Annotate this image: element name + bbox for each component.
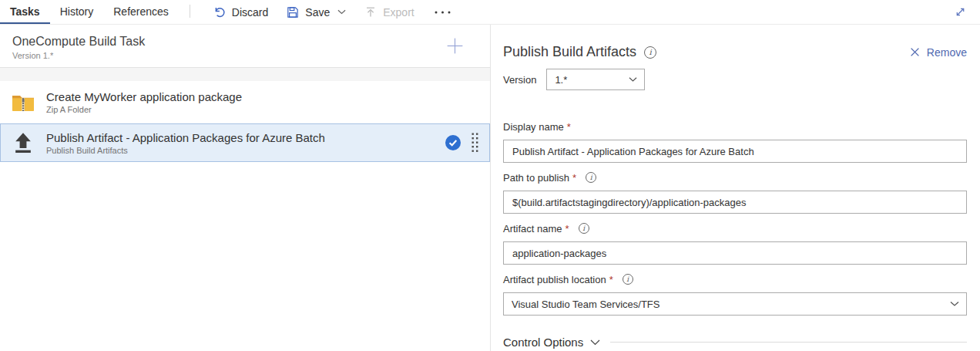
required-marker: * (567, 121, 571, 133)
task-text: Publish Artifact - Application Packages … (46, 131, 445, 155)
export-button: Export (355, 0, 423, 24)
field-label-row: Artifact name * i (503, 221, 967, 235)
toolbar-divider (190, 5, 190, 18)
artifact-name-input[interactable] (503, 241, 967, 265)
field-label-row: Display name * (503, 120, 967, 133)
detail-title: Publish Build Artifacts (503, 44, 636, 60)
drag-handle[interactable] (470, 131, 480, 155)
list-spacer (0, 68, 490, 81)
task-subtitle: Zip A Folder (46, 105, 481, 114)
info-icon[interactable]: i (586, 172, 596, 183)
task-row-zip-folder[interactable]: Create MyWorker application package Zip … (0, 81, 490, 123)
task-detail-panel: Publish Build Artifacts i Remove Version… (492, 25, 980, 351)
save-label: Save (305, 6, 330, 19)
version-select[interactable]: 1.* (546, 69, 645, 90)
export-label: Export (383, 6, 414, 19)
fullscreen-button[interactable] (941, 0, 980, 24)
field-label: Artifact name (503, 223, 562, 235)
undo-icon (213, 6, 226, 19)
field-label-row: Artifact publish location * i (503, 272, 967, 286)
phase-header: OneCompute Build Task Version 1.* (0, 25, 490, 68)
task-title: Create MyWorker application package (46, 90, 481, 103)
more-actions-button[interactable] (424, 0, 461, 24)
discard-label: Discard (232, 6, 268, 19)
field-display-name: Display name * (503, 120, 967, 163)
section-divider (610, 342, 967, 343)
ellipsis-icon (435, 11, 451, 14)
chevron-down-icon (590, 339, 600, 346)
chevron-down-icon (950, 302, 959, 307)
detail-title-row: Publish Build Artifacts i Remove (503, 44, 967, 60)
toolbar-spacer (461, 0, 941, 24)
tab-history-label: History (60, 5, 94, 18)
selected-check-icon[interactable] (445, 135, 461, 150)
save-icon (287, 6, 299, 19)
tab-bar: Tasks History References (0, 0, 179, 24)
task-title: Publish Artifact - Application Packages … (46, 131, 445, 144)
version-label: Version (503, 74, 536, 86)
toolbar: Tasks History References Discard Save (0, 0, 980, 25)
path-to-publish-input[interactable] (503, 191, 967, 214)
field-label: Artifact publish location (503, 274, 606, 285)
required-marker: * (566, 223, 569, 235)
tab-history[interactable]: History (50, 0, 104, 24)
task-form: Display name * Path to publish * i Artif… (503, 120, 967, 316)
field-label: Path to publish (503, 172, 569, 184)
info-icon[interactable]: i (579, 223, 589, 234)
control-options-label: Control Options (503, 336, 583, 349)
phase-version: Version 1.* (12, 51, 478, 60)
add-task-button[interactable] (445, 36, 465, 56)
field-label-row: Path to publish * i (503, 170, 967, 184)
remove-label: Remove (927, 46, 967, 59)
tab-tasks[interactable]: Tasks (0, 0, 50, 24)
close-icon (910, 47, 920, 57)
zip-folder-icon (11, 90, 35, 115)
plus-icon (445, 36, 465, 56)
expand-diagonal-icon (955, 6, 966, 18)
control-options-section-toggle[interactable]: Control Options (503, 336, 967, 349)
tab-tasks-label: Tasks (10, 5, 40, 18)
phase-title: OneCompute Build Task (12, 35, 478, 49)
save-button[interactable]: Save (277, 0, 355, 24)
field-artifact-publish-location: Artifact publish location * i Visual Stu… (503, 272, 967, 316)
version-select-value: 1.* (555, 74, 567, 86)
required-marker: * (609, 274, 613, 285)
field-path-to-publish: Path to publish * i (503, 170, 967, 214)
artifact-publish-location-select[interactable]: Visual Studio Team Services/TFS (503, 292, 967, 316)
task-text: Create MyWorker application package Zip … (46, 90, 481, 114)
tab-references[interactable]: References (103, 0, 179, 24)
task-row-publish-artifacts[interactable]: Publish Artifact - Application Packages … (0, 123, 490, 162)
chevron-down-icon (629, 77, 637, 83)
info-icon[interactable]: i (644, 46, 656, 59)
discard-button[interactable]: Discard (204, 0, 277, 24)
save-dropdown-chevron-icon[interactable] (337, 9, 346, 15)
publish-upload-icon (11, 131, 35, 154)
version-row: Version 1.* (503, 69, 967, 90)
select-value: Visual Studio Team Services/TFS (512, 299, 659, 310)
required-marker: * (572, 172, 576, 184)
tab-references-label: References (113, 5, 169, 18)
info-icon[interactable]: i (623, 274, 633, 285)
task-subtitle: Publish Build Artifacts (46, 146, 445, 155)
field-artifact-name: Artifact name * i (503, 221, 967, 265)
pipeline-task-list-panel: OneCompute Build Task Version 1.* Create… (0, 25, 491, 351)
field-label: Display name (503, 121, 564, 133)
remove-task-button[interactable]: Remove (910, 46, 967, 59)
export-icon (364, 6, 377, 19)
display-name-input[interactable] (503, 140, 967, 163)
